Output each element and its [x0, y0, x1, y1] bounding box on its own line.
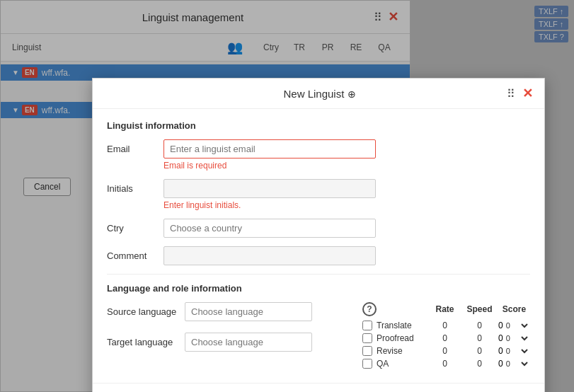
- comment-input[interactable]: [163, 246, 376, 265]
- email-input[interactable]: [163, 139, 376, 158]
- col-rate-header: Rate: [429, 304, 461, 314]
- linguist-info-section-title: Linguist information: [107, 120, 530, 131]
- role-row-translate: Translate 0 0 0 0123: [362, 321, 530, 330]
- lang-form: Source language Target language: [107, 302, 348, 371]
- help-icon[interactable]: ?: [362, 302, 377, 316]
- qa-label: QA: [377, 359, 426, 369]
- comment-label: Comment: [107, 246, 163, 261]
- revise-label: Revise: [377, 346, 426, 356]
- ctry-label: Ctry: [107, 219, 163, 234]
- translate-score-select[interactable]: 0123: [503, 321, 530, 330]
- modal-header-icons: ⠿ ✕: [507, 86, 533, 101]
- revise-checkbox[interactable]: [362, 346, 372, 356]
- lang-role-section-title: Language and role information: [107, 283, 530, 294]
- source-lang-row: Source language: [107, 302, 348, 321]
- cursor-icon: ⊕: [348, 88, 356, 100]
- ctry-input[interactable]: [163, 219, 376, 238]
- proofread-rate: 0: [429, 333, 461, 343]
- target-lang-input[interactable]: [185, 333, 312, 352]
- role-row-qa: QA 0 0 0 012: [362, 359, 530, 369]
- role-row-proofread: Proofread 0 0 0 012: [362, 333, 530, 343]
- modal-title: New Linguist ⊕: [132, 88, 507, 100]
- modal-footer: Cancel Save: [93, 383, 544, 392]
- translate-label: Translate: [377, 321, 426, 330]
- target-lang-label: Target language: [107, 337, 185, 347]
- initials-error: Enter linguist initials.: [163, 200, 376, 210]
- translate-checkbox[interactable]: [362, 321, 372, 330]
- target-lang-row: Target language: [107, 333, 348, 352]
- proofread-score: 0: [498, 333, 503, 343]
- modal-header: New Linguist ⊕ ⠿ ✕: [93, 79, 544, 109]
- qa-score-select[interactable]: 012: [503, 359, 530, 369]
- translate-score: 0: [498, 321, 503, 330]
- source-lang-input[interactable]: [185, 302, 312, 321]
- qa-score: 0: [498, 359, 503, 369]
- ctry-row: Ctry: [107, 219, 530, 238]
- email-label: Email: [107, 139, 163, 154]
- proofread-score-select[interactable]: 012: [503, 333, 530, 343]
- lang-role-section: Source language Target language ? Rate S…: [107, 302, 530, 371]
- email-row: Email Email is required: [107, 139, 530, 171]
- section-divider: [107, 274, 530, 275]
- proofread-checkbox[interactable]: [362, 333, 372, 343]
- revise-score-select[interactable]: 012: [503, 346, 530, 356]
- modal-body: Linguist information Email Email is requ…: [93, 109, 544, 383]
- col-score-header: Score: [498, 304, 530, 314]
- initials-field-container: Enter linguist initials.: [163, 179, 376, 210]
- proofread-speed: 0: [464, 333, 495, 343]
- revise-rate: 0: [429, 346, 461, 356]
- translate-rate: 0: [429, 321, 461, 330]
- qa-rate: 0: [429, 359, 461, 369]
- initials-row: Initials Enter linguist initials.: [107, 179, 530, 210]
- proofread-label: Proofread: [377, 333, 426, 343]
- translate-speed: 0: [464, 321, 495, 330]
- comment-field-container: [163, 246, 376, 265]
- modal-close-icon[interactable]: ✕: [522, 86, 533, 101]
- email-field-container: Email is required: [163, 139, 376, 171]
- email-error: Email is required: [163, 161, 376, 171]
- role-table: ? Rate Speed Score Translate 0 0 0: [362, 302, 530, 371]
- revise-score: 0: [498, 346, 503, 356]
- comment-row: Comment: [107, 246, 530, 265]
- initials-input[interactable]: [163, 179, 376, 198]
- role-row-revise: Revise 0 0 0 012: [362, 346, 530, 356]
- qa-checkbox[interactable]: [362, 359, 372, 369]
- revise-speed: 0: [464, 346, 495, 356]
- modal-grid-icon[interactable]: ⠿: [507, 87, 515, 100]
- col-speed-header: Speed: [464, 304, 495, 314]
- source-lang-label: Source language: [107, 306, 185, 317]
- new-linguist-modal: New Linguist ⊕ ⠿ ✕ Linguist information …: [92, 78, 545, 392]
- role-header-row: ? Rate Speed Score: [362, 302, 530, 316]
- modal-title-text: New Linguist: [283, 88, 344, 100]
- ctry-field-container: [163, 219, 376, 238]
- initials-label: Initials: [107, 179, 163, 194]
- qa-speed: 0: [464, 359, 495, 369]
